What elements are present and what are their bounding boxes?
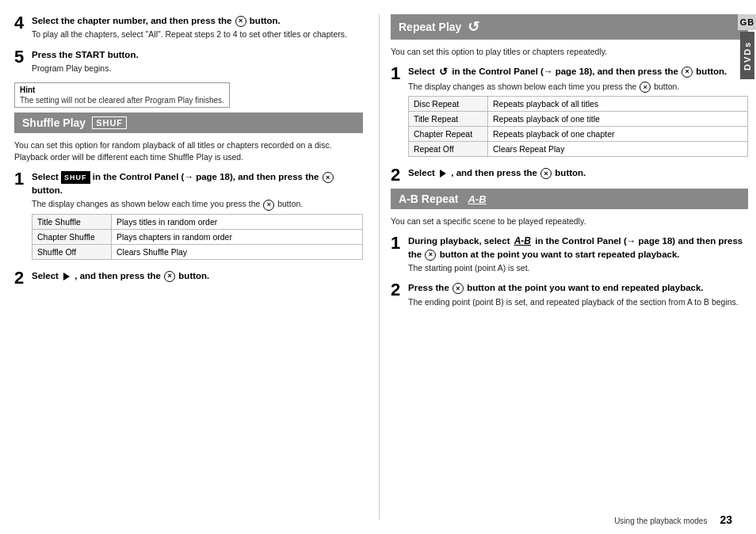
hint-text: The setting will not be cleared after Pr… [20,96,224,105]
x-button-icon-3: × [263,200,274,211]
x-button-icon-9: × [452,283,464,294]
shuffle-play-header: Shuffle Play SHUF [14,113,363,133]
table-cell: Title Repeat [409,112,488,127]
ab-step-1-title: During playback, select A-B in the Contr… [408,235,748,261]
repeat-step-2-number: 2 [391,166,403,184]
repeat-step-2-content: Select , and then press the × button. [408,166,748,184]
repeat-small-icon: ↺ [439,65,448,79]
ab-step-2-title: Press the × button at the point you want… [408,281,748,294]
step-5-content: Press the START button. Program Play beg… [32,48,363,78]
repeat-step-1-content: Select ↺ in the Control Panel (→ page 18… [408,65,748,162]
table-cell: Repeats playback of one chapter [488,127,748,142]
ab-step-1-content: During playback, select A-B in the Contr… [408,235,748,277]
step-5-number: 5 [14,48,27,78]
ab-step-2: 2 Press the × button at the point you wa… [391,281,748,311]
x-button-icon-6: × [640,82,651,93]
step-4: 4 Select the chapter number, and then pr… [14,14,363,44]
ab-step-1: 1 During playback, select A-B in the Con… [391,235,748,277]
x-button-icon-4: × [164,271,175,282]
x-button-icon-7: × [540,168,552,179]
shuffle-step-2-content: Select , and then press the × button. [32,269,363,287]
sidebar: GB DVDs [739,14,756,520]
x-button-icon-5: × [682,67,693,78]
table-row: Chapter Repeat Repeats playback of one c… [409,127,748,142]
gb-label: GB [738,14,756,30]
ab-icon-inline: A-B [514,235,531,246]
shuffle-intro: You can set this option for random playb… [14,139,363,165]
shuffle-step-1-title: Select SHUF in the Control Panel (→ page… [32,170,363,196]
step-5: 5 Press the START button. Program Play b… [14,48,363,78]
repeat-intro: You can set this option to play titles o… [391,46,748,59]
repeat-step-1-body: The display changes as shown below each … [408,81,748,93]
shuffle-step-1-content: Select SHUF in the Control Panel (→ page… [32,170,363,265]
repeat-step-2-title: Select , and then press the × button. [408,166,748,179]
step-5-body: Program Play begins. [32,63,363,74]
repeat-play-header: Repeat Play ↺ [391,14,748,40]
shuffle-step-2-number: 2 [14,269,27,287]
shuffle-table: Title Shuffle Plays titles in random ord… [32,214,363,260]
table-cell: Chapter Shuffle [32,229,112,244]
table-row: Title Shuffle Plays titles in random ord… [32,214,363,229]
shuf-icon: SHUF [92,116,127,129]
x-button-icon-8: × [425,250,436,261]
table-cell: Plays chapters in random order [112,229,363,244]
table-cell: Clears Repeat Play [488,142,748,157]
shuffle-step-2-title: Select , and then press the × button. [32,269,363,282]
table-cell: Disc Repeat [409,97,488,112]
step-4-content: Select the chapter number, and then pres… [32,14,363,44]
table-cell: Repeats playback of all titles [488,97,748,112]
repeat-table: Disc Repeat Repeats playback of all titl… [408,96,748,157]
ab-repeat-title: A-B Repeat [399,193,458,205]
table-row: Repeat Off Clears Repeat Play [409,142,748,157]
page-footer: Using the playback modes 23 [614,513,732,526]
ab-step-1-body: The starting point (point A) is set. [408,262,748,274]
step-5-title: Press the START button. [32,48,363,61]
ab-step-2-number: 2 [391,281,403,311]
shuffle-play-title: Shuffle Play [22,116,86,129]
step-4-body: To play all the chapters, select "All". … [32,29,363,40]
page-number: 23 [720,513,732,526]
table-cell: Plays titles in random order [112,214,363,229]
hint-box: Hint The setting will not be cleared aft… [14,82,230,108]
x-button-icon: × [235,16,246,27]
table-row: Disc Repeat Repeats playback of all titl… [409,97,748,112]
repeat-step-1-number: 1 [391,65,403,162]
step-4-title: Select the chapter number, and then pres… [32,14,363,27]
repeat-step-1-title: Select ↺ in the Control Panel (→ page 18… [408,65,748,79]
table-cell: Title Shuffle [32,214,112,229]
shuffle-step-1-body: The display changes as shown below each … [32,198,363,210]
shuffle-step-2: 2 Select , and then press the × button. [14,269,363,287]
table-cell: Shuffle Off [32,244,112,259]
table-row: Title Repeat Repeats playback of one tit… [409,112,748,127]
dvds-label: DVDs [740,32,754,79]
shuf-badge-inline: SHUF [61,171,90,185]
arrow-right-icon [63,273,70,280]
ab-intro: You can set a specific scene to be playe… [391,216,748,228]
footer-label: Using the playback modes [614,517,707,525]
ab-step-2-content: Press the × button at the point you want… [408,281,748,311]
page: 4 Select the chapter number, and then pr… [0,0,756,534]
repeat-step-2: 2 Select , and then press the × button. [391,166,748,184]
left-column: 4 Select the chapter number, and then pr… [14,14,379,520]
table-row: Shuffle Off Clears Shuffle Play [32,244,363,259]
table-cell: Repeats playback of one title [488,112,748,127]
repeat-step-1: 1 Select ↺ in the Control Panel (→ page … [391,65,748,162]
right-column: Repeat Play ↺ You can set this option to… [379,14,748,520]
shuffle-step-1-number: 1 [14,170,27,265]
repeat-icon: ↺ [468,18,479,36]
table-cell: Clears Shuffle Play [112,244,363,259]
table-cell: Chapter Repeat [409,127,488,142]
ab-step-1-number: 1 [391,235,403,277]
arrow-right-icon-2 [440,170,446,177]
ab-badge: A-B [468,193,486,205]
table-cell: Repeat Off [409,142,488,157]
ab-repeat-header: A-B Repeat A-B [391,189,748,209]
ab-step-2-body: The ending point (point B) is set, and r… [408,296,748,308]
x-button-icon-2: × [323,172,334,183]
table-row: Chapter Shuffle Plays chapters in random… [32,229,363,244]
shuffle-step-1: 1 Select SHUF in the Control Panel (→ pa… [14,170,363,265]
hint-label: Hint [20,86,224,94]
repeat-play-title: Repeat Play [399,21,461,33]
step-4-number: 4 [14,14,27,44]
